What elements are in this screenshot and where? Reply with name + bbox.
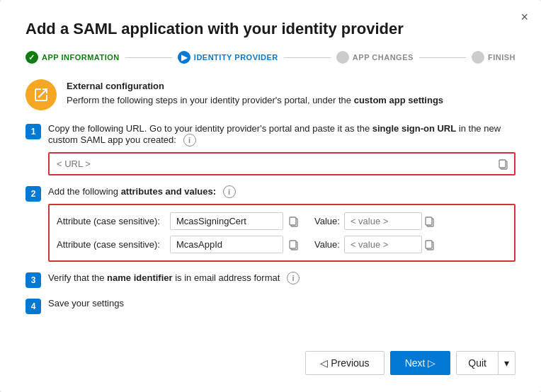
step1-text-bold: single sign-on URL [372,123,456,134]
quit-dropdown-button[interactable]: ▾ [498,352,515,374]
attr-val-2[interactable] [170,236,283,253]
url-input[interactable] [50,154,496,174]
val-label-1: Value: [314,216,340,226]
svg-rect-9 [426,241,432,248]
step1-info-icon[interactable]: i [183,134,196,146]
numbered-step-2: 2 Add the following attributes and value… [25,185,516,262]
step-num-4: 4 [25,299,41,314]
step3-text-start: Verify that the [48,272,107,283]
step-icon-inactive-1 [336,51,349,64]
close-button[interactable]: × [520,10,528,25]
dialog-title: Add a SAML application with your identit… [25,20,516,38]
previous-button[interactable]: ◁ Previous [305,351,384,375]
attr-copy-icon-1[interactable] [286,214,302,229]
stepper-step-app-info: ✓ APP INFORMATION [25,51,120,64]
step-icon-inactive-2 [472,51,484,64]
stepper-step-finish: FINISH [472,51,516,64]
dialog: × Add a SAML application with your ident… [0,0,541,392]
svg-rect-3 [290,217,296,225]
step2-info-icon[interactable]: i [223,185,236,198]
attr-row-2: Attribute (case sensitive): Value: [57,233,507,256]
step3-text-bold: name identifier [107,272,172,283]
stepper: ✓ APP INFORMATION ▶ IDENTITY PROVIDER AP… [25,51,516,64]
step-line-3 [419,57,466,58]
attr-label-1: Attribute (case sensitive): [57,216,170,226]
step-line-1 [125,57,172,58]
val-copy-icon-1[interactable] [422,214,438,229]
attr-row-1: Attribute (case sensitive): Value: [57,209,507,233]
url-row [48,152,516,175]
step4-text: Save your settings [48,298,124,309]
step3-text-end: is in email address format [173,272,280,283]
val-input-2[interactable] [344,236,422,253]
quit-split-button: Quit ▾ [456,351,516,375]
step-num-1: 1 [25,124,41,139]
step-num-2: 2 [25,186,41,202]
step-line-2 [284,57,331,58]
numbered-step-4: 4 Save your settings [25,298,516,314]
step-label-app-info: APP INFORMATION [42,53,120,62]
ext-config-desc-bold: custom app settings [354,95,443,105]
step2-text-start: Add the following [48,186,121,197]
dialog-footer: ◁ Previous Next ▷ Quit ▾ [25,338,516,375]
ext-config-header: External configuration Perform the follo… [25,79,516,110]
steps-list: 1 Copy the following URL. Go to your ide… [25,123,516,324]
step-num-3: 3 [25,272,41,288]
step-content-3: Verify that the name identifier is in em… [48,272,516,284]
step-label-identity-provider: IDENTITY PROVIDER [194,53,278,62]
step1-text-start: Copy the following URL. Go to your ident… [48,123,372,134]
numbered-step-3: 3 Verify that the name identifier is in … [25,272,516,288]
copy-icon[interactable] [496,156,511,172]
step-content-2: Add the following attributes and values:… [48,185,516,262]
ext-config-icon [25,79,57,110]
ext-config-desc-start: Perform the following steps in your iden… [67,95,354,105]
svg-rect-1 [499,160,506,168]
ext-config-text: External configuration Perform the follo… [67,79,443,107]
svg-rect-5 [426,217,432,225]
attr-label-2: Attribute (case sensitive): [57,239,170,250]
step-label-app-changes: APP CHANGES [353,53,414,62]
numbered-step-1: 1 Copy the following URL. Go to your ide… [25,123,516,175]
step-icon-done: ✓ [25,51,38,64]
val-copy-icon-2[interactable] [422,237,438,253]
step-icon-active: ▶ [178,51,190,64]
step-content-4: Save your settings [48,298,516,309]
next-button[interactable]: Next ▷ [390,351,451,375]
attr-val-1[interactable] [170,212,283,230]
step-label-finish: FINISH [488,53,516,62]
attr-copy-icon-2[interactable] [286,237,302,253]
stepper-step-identity-provider: ▶ IDENTITY PROVIDER [178,51,278,64]
ext-config-title: External configuration [67,81,164,91]
stepper-step-app-changes: APP CHANGES [336,51,414,64]
step3-info-icon[interactable]: i [287,272,300,284]
val-input-1[interactable] [344,212,422,230]
attr-table: Attribute (case sensitive): Value: [48,204,516,262]
val-label-2: Value: [314,239,340,250]
step2-text-bold: attributes and values: [121,186,216,197]
quit-button[interactable]: Quit [457,352,498,374]
svg-rect-7 [290,241,296,248]
step-content-1: Copy the following URL. Go to your ident… [48,123,516,175]
